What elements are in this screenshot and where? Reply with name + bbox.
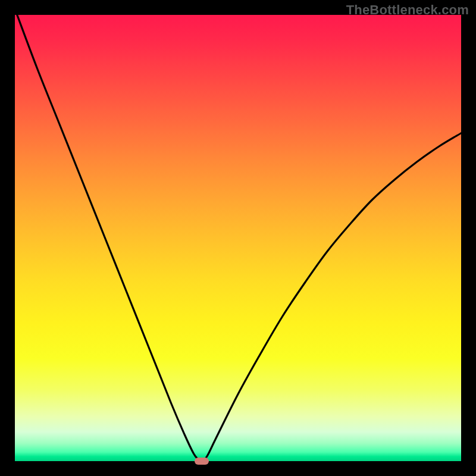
watermark-text: TheBottleneck.com (346, 2, 469, 18)
chart-frame: TheBottleneck.com (0, 0, 476, 476)
minimum-marker (195, 458, 209, 465)
plot-area (15, 15, 461, 461)
bottleneck-curve (15, 15, 461, 461)
